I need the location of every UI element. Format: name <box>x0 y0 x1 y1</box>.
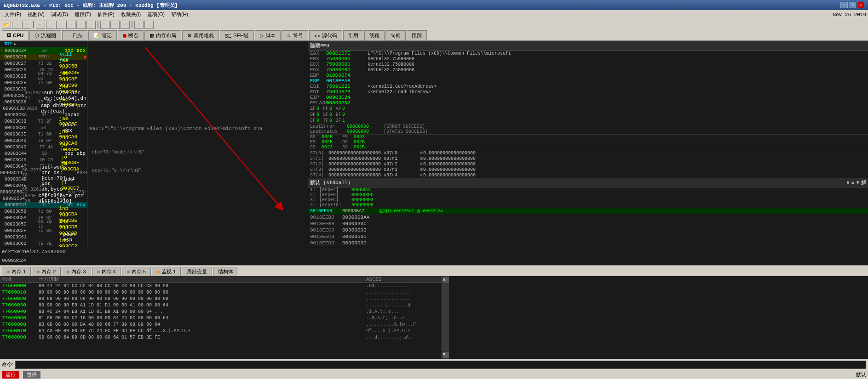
tab-note[interactable]: 📝 笔记 <box>88 30 117 40</box>
toolbar-step-into[interactable]: ↓ <box>56 21 65 29</box>
disasm-row-00903C54[interactable]: 00903C54 3A4E 30 cmp cl,byte ptr ds:[esi… <box>0 195 87 202</box>
stack-mem-row-2: 0018EEB8 0000030C <box>308 221 868 227</box>
st2-row: ST(2) 0000000000000000000 x87r2 ⊞ 0.0000… <box>308 161 868 167</box>
toolbar-close[interactable]: ✕ <box>22 21 31 29</box>
scrollbar-down[interactable]: ▼ <box>443 352 449 358</box>
tab-symbol[interactable]: ☆ 符号 <box>282 30 308 40</box>
menu-view[interactable]: 视图(V) <box>25 10 47 19</box>
close-button[interactable]: ✕ <box>857 2 864 8</box>
mem-tab-locals[interactable]: 局部变量 <box>182 267 212 276</box>
stack-row-2: 2: [esp+8] 0003030C <box>308 192 868 198</box>
comment-area: eax:L"\"C:\Program Files (x86)\Common Fi… <box>87 124 308 133</box>
reg-esi-value[interactable]: 75091222 <box>326 84 368 89</box>
disasm-col-header: ► <box>14 42 17 47</box>
tab-call-stack[interactable]: ⚙ 调用堆栈 <box>182 30 219 40</box>
minimize-button[interactable]: — <box>840 2 848 8</box>
menu-file[interactable]: 文件(F) <box>2 10 24 19</box>
toolbar-run-to-cursor[interactable]: ⇒ <box>86 21 96 29</box>
toolbar-watch[interactable]: W <box>144 21 154 29</box>
seg-regs-es-ds: ES 002B DS 002B <box>308 140 868 145</box>
maximize-button[interactable]: □ <box>849 2 856 8</box>
scrollbar-up[interactable]: ▲ <box>443 277 449 283</box>
toolbar-fx[interactable]: fx <box>100 21 109 29</box>
mem-tab-2[interactable]: 内存 2 <box>32 267 61 276</box>
flags-row-2: OF0 SF0 DF0 <box>308 112 868 118</box>
mem-tab-4[interactable]: 内存 4 <box>92 267 121 276</box>
reg-esp-value[interactable]: 0018EEA8 <box>326 78 368 84</box>
eip-status-text: 00903c24 <box>2 258 26 263</box>
reg-edx-value[interactable]: 75080000 <box>326 67 368 73</box>
toolbar-hash[interactable]: # <box>110 21 120 29</box>
reg-eip-name: EIP <box>310 95 326 100</box>
menu-plugin[interactable]: 插件(P) <box>95 10 117 19</box>
flowgraph-icon: ⬡ <box>34 33 39 39</box>
toolbar-sep1 <box>33 21 34 28</box>
command-bar: 命令: <box>0 359 868 370</box>
reg-ebx-value[interactable]: 75080000 <box>326 56 368 62</box>
toolbar-mem[interactable]: M <box>134 21 144 29</box>
tab-trace[interactable]: 跟踪 <box>407 30 427 40</box>
reg-eip-row: EIP 00903C24 <box>308 95 868 100</box>
reg-edi-value[interactable]: 7509482B <box>326 89 368 95</box>
menu-trace[interactable]: 追踪(T) <box>72 10 94 19</box>
note-icon: 📝 <box>93 33 100 39</box>
toolbar-open[interactable]: 📂 <box>2 21 11 29</box>
mem-tab-1[interactable]: 内存 1 <box>2 267 31 276</box>
cpu-icon: ⊞ <box>7 32 11 38</box>
seg-regs-gs-fs: GS 002B FS 0053 <box>308 135 868 140</box>
eflags-value[interactable]: 00000202 <box>326 100 368 106</box>
disasm-row-00903C42[interactable]: 00903C42 77 4A ja 903C8E <box>0 144 87 150</box>
tab-seh[interactable]: SE SEH链 <box>220 30 254 40</box>
menu-options[interactable]: 选项(O) <box>144 10 167 19</box>
toolbar-run[interactable]: ▶ <box>36 21 45 29</box>
disasm-left-col: EIP ► ● 00903C24 59 pop ecx 00903C25 FFD… <box>0 41 87 247</box>
reg-ebp-value[interactable]: 01DD0074 <box>326 73 368 78</box>
tab-script[interactable]: ▷ 脚本 <box>255 30 281 40</box>
ecx-status-text: ecx=kernel32.75080000 <box>2 249 66 255</box>
mem-row-77660010: 77660010 90 90 90 90 90 90 90 90 90 90 9… <box>0 289 442 295</box>
reg-eax-name: EAX <box>310 51 326 56</box>
menu-help[interactable]: 帮助(H) <box>168 10 191 19</box>
stack-row-3: 3: [esp+C] 00000003 <box>308 198 868 203</box>
reg-eip-value[interactable]: 00903C24 <box>326 95 368 100</box>
command-input[interactable] <box>15 361 866 369</box>
ecx-comment: ecx+73:"e.\r\r\n$" <box>92 168 142 173</box>
reg-eax-value[interactable]: 008D1D7E <box>326 51 368 56</box>
mem-tab-watch[interactable]: 监视 1 <box>152 267 181 276</box>
reg-esi-row: ESI 75091222 <kernel32.GetProcAddress> <box>308 84 868 89</box>
tab-flowgraph[interactable]: ⬡ 流程图 <box>29 30 61 40</box>
mem-tab-5[interactable]: 内存 5 <box>122 267 151 276</box>
toolbar-pause[interactable]: ⏸ <box>46 21 55 29</box>
memory-scrollbar[interactable]: ▲ ▼ <box>442 276 449 359</box>
tab-memory-layout[interactable]: ▦ 内存布局 <box>144 30 181 40</box>
tab-breakpoint[interactable]: 断点 <box>118 30 144 40</box>
disasm-row-00903C38[interactable]: 00903C38 3A30 cmp dh,byte ptr ds:[eax] <box>0 105 87 112</box>
registers-header: 隐藏FPU <box>308 41 868 51</box>
toolbar-aa[interactable]: Aa <box>121 21 130 29</box>
eip-label: EIP <box>0 42 14 46</box>
tab-ref[interactable]: 引用 <box>343 30 363 40</box>
stack-return-row: 0018EEA8 00903BA7 返回到 00903BA7 自 00903C2… <box>308 208 868 214</box>
disasm-row-00903C49[interactable]: 00903C49 66:2973 70 sub word ptr ds:[ebx… <box>0 170 87 176</box>
tab-handle[interactable]: 句柄 <box>385 30 406 40</box>
tab-log[interactable]: ≡ 日志 <box>62 30 87 40</box>
status-bar-ecx: ecx=kernel32.75080000 <box>0 247 868 256</box>
tab-source[interactable]: <> 源代码 <box>309 30 342 40</box>
toolbar-step-over[interactable]: → <box>66 21 75 29</box>
tab-thread[interactable]: 线程 <box>364 30 385 40</box>
toolbar-step-out[interactable]: ↑ <box>76 21 86 29</box>
reg-eax-row: EAX 008D1D7E L"\"C:\\Program Files (x86)… <box>308 51 868 56</box>
mem-tab-5-dot <box>127 271 130 273</box>
mem-tab-3[interactable]: 内存 3 <box>62 267 91 276</box>
menu-debug[interactable]: 调试(D) <box>48 10 71 19</box>
memory-tab-bar: 内存 1 内存 2 内存 3 内存 4 内存 5 监视 1 局部变量 结构体 <box>0 265 868 276</box>
reg-edi-row: EDI 7509482B <kernel32.LoadLibraryW> <box>308 89 868 95</box>
mem-row-77660050: 77660050 01 00 00 00 C2 10 00 00 8D 84 2… <box>0 315 442 321</box>
mem-tab-struct[interactable]: 结构体 <box>213 267 238 276</box>
eflags-row: EFLAGS 00000202 <box>308 100 868 106</box>
menu-favorites[interactable]: 收藏夹(I) <box>118 10 144 19</box>
toolbar-restart[interactable]: ↺ <box>12 21 21 29</box>
mem-tab-1-dot <box>7 271 10 273</box>
tab-cpu[interactable]: ⊞ CPU <box>2 30 29 40</box>
reg-ecx-value[interactable]: 75080000 <box>326 62 368 67</box>
